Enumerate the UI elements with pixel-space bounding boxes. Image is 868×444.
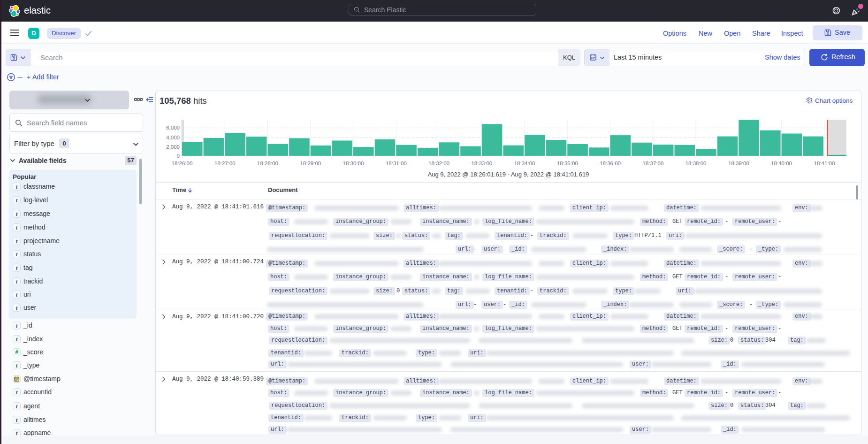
svg-text:18:40:00: 18:40:00 bbox=[771, 161, 792, 166]
svg-text:18:36:00: 18:36:00 bbox=[600, 161, 621, 166]
svg-text:4,000: 4,000 bbox=[166, 135, 180, 140]
svg-text:18:30:00: 18:30:00 bbox=[343, 161, 364, 166]
svg-text:18:27:00: 18:27:00 bbox=[214, 161, 236, 166]
svg-text:18:29:00: 18:29:00 bbox=[300, 161, 321, 166]
svg-text:18:28:00: 18:28:00 bbox=[257, 161, 278, 166]
svg-text:18:35:00: 18:35:00 bbox=[557, 161, 578, 166]
svg-text:18:31:00: 18:31:00 bbox=[386, 161, 407, 166]
svg-text:18:37:00: 18:37:00 bbox=[643, 161, 664, 166]
svg-text:18:32:00: 18:32:00 bbox=[428, 161, 449, 166]
svg-text:18:33:00: 18:33:00 bbox=[471, 161, 492, 166]
svg-text:18:34:00: 18:34:00 bbox=[514, 161, 535, 166]
svg-text:2,000: 2,000 bbox=[166, 144, 180, 150]
svg-text:6,000: 6,000 bbox=[166, 125, 180, 130]
svg-text:18:39:00: 18:39:00 bbox=[728, 161, 749, 166]
svg-text:18:38:00: 18:38:00 bbox=[685, 161, 707, 166]
svg-text:18:41:00: 18:41:00 bbox=[814, 161, 835, 166]
svg-text:18:26:00: 18:26:00 bbox=[172, 161, 193, 166]
svg-text:0: 0 bbox=[177, 153, 180, 159]
